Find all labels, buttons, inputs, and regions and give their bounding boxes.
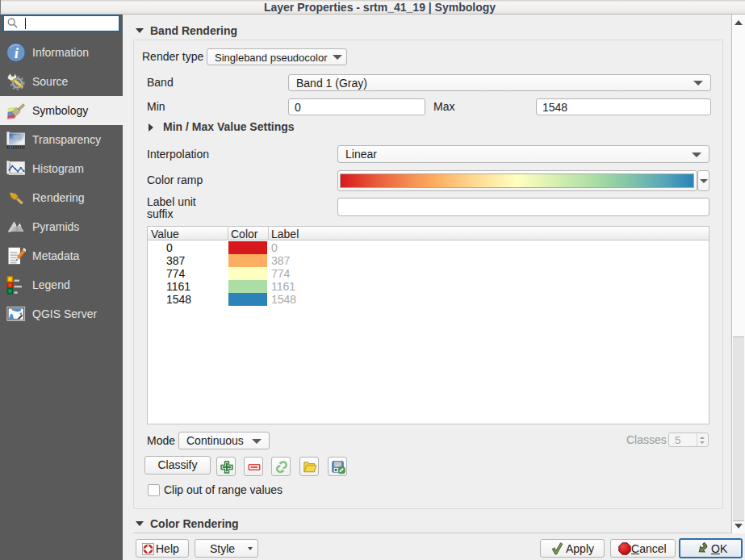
svg-text:i: i: [15, 44, 19, 61]
